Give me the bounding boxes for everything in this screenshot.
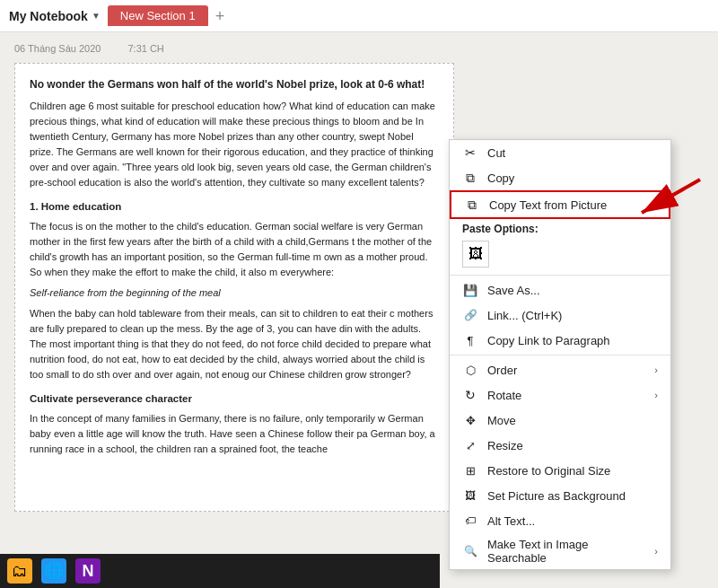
restore-icon: ⊞ [462, 462, 478, 478]
order-arrow-icon: › [654, 364, 658, 375]
content-heading: No wonder the Germans won half of the wo… [30, 76, 439, 93]
menu-item-copy-text-from-picture[interactable]: ⧉ Copy Text from Picture [450, 190, 670, 219]
menu-copy-text-label: Copy Text from Picture [489, 198, 656, 212]
content-para2: The focus is on the mother to the child'… [30, 219, 439, 280]
menu-restore-label: Restore to Original Size [487, 464, 658, 478]
alt-icon: 🏷 [462, 513, 478, 529]
menu-item-restore[interactable]: ⊞ Restore to Original Size [450, 458, 670, 483]
menu-save-label: Save As... [487, 284, 658, 297]
content-para4: In the concept of many families in Germa… [30, 411, 439, 457]
taskbar-icon-files[interactable]: 🗂 [7, 558, 32, 584]
context-menu: Cut ⧉ Copy ⧉ Copy Text from Picture Past… [449, 139, 671, 570]
resize-icon: ⤢ [462, 437, 478, 453]
menu-item-order[interactable]: ⬡ Order › [450, 357, 670, 382]
paragraph-icon [462, 332, 478, 348]
menu-copy-label: Copy [487, 171, 658, 185]
content-section1: 1. Home education [30, 199, 439, 215]
scissors-icon [462, 145, 478, 161]
rotate-arrow-icon: › [654, 390, 658, 400]
active-tab[interactable]: New Section 1 [108, 5, 208, 26]
paste-options-row: 🖼 [450, 237, 670, 273]
move-icon: ✥ [462, 412, 478, 428]
title-bar: My Notebook ▼ New Section 1 + [0, 0, 718, 32]
notebook-name: My Notebook [9, 9, 88, 23]
menu-alt-label: Alt Text... [487, 514, 658, 528]
search-icon: 🔍 [462, 543, 478, 559]
menu-bg-label: Set Picture as Background [487, 489, 658, 503]
menu-copy-link-para-label: Copy Link to Paragraph [487, 334, 658, 347]
order-icon: ⬡ [462, 362, 478, 378]
menu-item-resize[interactable]: ⤢ Resize [450, 433, 670, 458]
searchable-arrow-icon: › [654, 546, 658, 557]
menu-order-label: Order [487, 364, 645, 377]
content-para1: Children age 6 most suitable for prescho… [30, 99, 439, 190]
menu-rotate-label: Rotate [487, 389, 645, 402]
menu-cut-label: Cut [487, 146, 658, 160]
time-label: 7:31 CH [127, 43, 163, 54]
notebook-dropdown-icon[interactable]: ▼ [92, 11, 101, 21]
rotate-icon: ↻ [462, 387, 478, 403]
content-self-reliance: Self-reliance from the beginning of the … [30, 285, 439, 301]
menu-item-save-as[interactable]: Save As... [450, 277, 670, 303]
menu-item-cut[interactable]: Cut [450, 140, 670, 165]
separator-2 [450, 355, 670, 355]
menu-item-alt-text[interactable]: 🏷 Alt Text... [450, 508, 670, 533]
separator-1 [450, 275, 670, 276]
page-content[interactable]: No wonder the Germans won half of the wo… [14, 63, 454, 512]
menu-move-label: Move [487, 414, 658, 427]
bg-icon: 🖼 [462, 487, 478, 504]
menu-item-link[interactable]: Link... (Ctrl+K) [450, 303, 670, 328]
menu-item-set-background[interactable]: 🖼 Set Picture as Background [450, 483, 670, 508]
copy-text-icon: ⧉ [464, 197, 480, 213]
menu-searchable-label: Make Text in Image Searchable [487, 538, 645, 565]
paste-options-label: Paste Options: [450, 219, 670, 237]
menu-item-rotate[interactable]: ↻ Rotate › [450, 382, 670, 408]
content-section2: Cultivate perseverance character [30, 391, 439, 408]
add-tab-button[interactable]: + [215, 8, 225, 24]
menu-link-label: Link... (Ctrl+K) [487, 309, 658, 322]
date-time-row: 06 Tháng Sáu 2020 7:31 CH [14, 43, 704, 54]
menu-item-copy-link-paragraph[interactable]: Copy Link to Paragraph [450, 328, 670, 353]
link-icon [462, 307, 478, 323]
content-para3: When the baby can hold tableware from th… [30, 306, 439, 382]
paste-icon-button[interactable]: 🖼 [462, 241, 489, 268]
date-label: 06 Tháng Sáu 2020 [14, 43, 101, 54]
notebook-title[interactable]: My Notebook ▼ [9, 9, 101, 23]
taskbar-icon-browser[interactable]: 🌐 [41, 558, 66, 584]
menu-item-make-searchable[interactable]: 🔍 Make Text in Image Searchable › [450, 533, 670, 569]
copy-icon: ⧉ [462, 170, 478, 186]
menu-resize-label: Resize [487, 439, 658, 452]
menu-item-move[interactable]: ✥ Move [450, 408, 670, 433]
save-icon [462, 282, 478, 298]
menu-item-copy[interactable]: ⧉ Copy [450, 165, 670, 190]
taskbar: 🗂 🌐 N [0, 554, 440, 588]
taskbar-icon-onenote[interactable]: N [75, 558, 101, 584]
